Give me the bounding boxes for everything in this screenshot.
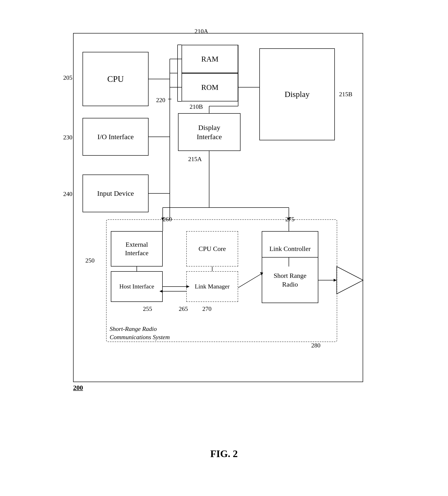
- label-265: 265: [179, 305, 188, 312]
- diagram: 200 CPU 205 RAM ROM 210A 210B DisplayInt…: [59, 14, 389, 439]
- cpu-core-label: CPU Core: [199, 245, 226, 253]
- srrc-label-2: Communications System: [110, 334, 170, 341]
- external-interface-label: ExternalInterface: [125, 240, 148, 258]
- label-275: 275: [285, 216, 294, 223]
- host-interface-box: Host Interface: [111, 271, 163, 302]
- input-device-label: Input Device: [97, 189, 134, 197]
- figure-caption: FIG. 2: [210, 448, 238, 459]
- io-interface-label: I/O Interface: [97, 133, 134, 141]
- label-210a: 210A: [195, 28, 208, 35]
- display-label: Display: [285, 90, 309, 99]
- label-255: 255: [143, 305, 152, 312]
- ram-box: RAM: [182, 45, 238, 73]
- label-250: 250: [85, 257, 94, 264]
- srrc-label-1: Short-Range Radio: [110, 326, 157, 333]
- ram-label: RAM: [201, 55, 218, 63]
- link-manager-box: Link Manager: [186, 271, 238, 302]
- label-215b: 215B: [339, 91, 352, 98]
- label-240: 240: [63, 191, 72, 198]
- short-range-radio-label: Short RangeRadio: [274, 271, 306, 289]
- input-device-box: Input Device: [82, 174, 149, 212]
- label-205: 205: [63, 74, 72, 81]
- label-210b: 210B: [190, 103, 203, 110]
- label-215a: 215A: [188, 156, 202, 163]
- label-270: 270: [202, 305, 212, 312]
- link-manager-label: Link Manager: [195, 282, 230, 291]
- cpu-label: CPU: [107, 74, 124, 84]
- label-260: 260: [163, 216, 172, 223]
- io-interface-box: I/O Interface: [82, 118, 149, 156]
- host-interface-label: Host Interface: [119, 282, 154, 291]
- label-280: 280: [311, 342, 320, 349]
- cpu-core-box: CPU Core: [186, 231, 238, 266]
- cpu-box: CPU: [82, 52, 149, 106]
- label-200: 200: [73, 384, 83, 391]
- display-box: Display: [259, 48, 335, 140]
- display-interface-label: DisplayInterface: [197, 123, 222, 141]
- rom-label: ROM: [201, 83, 218, 92]
- rom-box: ROM: [182, 73, 238, 101]
- external-interface-box: ExternalInterface: [111, 231, 163, 266]
- short-range-radio-box: Short RangeRadio: [262, 257, 318, 303]
- label-230: 230: [63, 134, 72, 141]
- label-220: 220: [156, 97, 165, 104]
- display-interface-box: DisplayInterface: [178, 113, 241, 151]
- link-controller-label: Link Controller: [269, 245, 311, 253]
